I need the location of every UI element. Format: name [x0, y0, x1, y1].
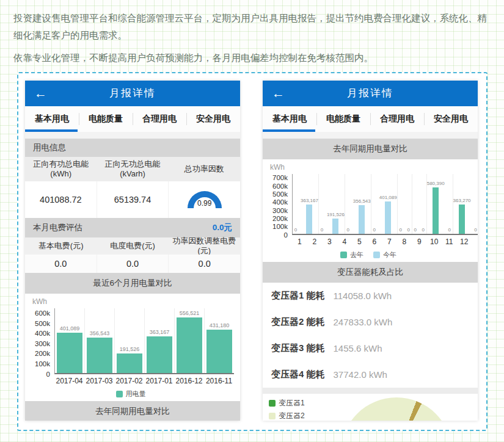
x-axis-label: 7	[382, 237, 397, 246]
tab-power-quality[interactable]: 电能质量	[316, 106, 370, 132]
back-arrow-icon[interactable]: ←	[34, 81, 47, 106]
bar-value-label: 0	[373, 227, 376, 233]
x-axis-label: 2	[307, 237, 323, 246]
bar-slot: 0	[473, 174, 478, 234]
usage-info-section-title: 用电信息	[25, 139, 240, 157]
x-axis-label: 11	[442, 237, 457, 246]
bar-slot: 0	[345, 174, 351, 234]
bar-value-label: 580,390	[427, 181, 445, 186]
y-axis-unit-label: kWh	[27, 296, 234, 308]
bar-value-label: 0	[321, 227, 323, 233]
y-axis-tick: 500k	[272, 190, 288, 198]
divider	[263, 132, 478, 139]
intro-paragraph-1: 投资建设售电管理平台和综合能源管理云平台，定期为用户出具用电报告，提出节约电费合…	[13, 10, 491, 44]
transformer-pie-chart-area: 变压器1 变压器2	[263, 394, 478, 421]
category-cell: 00	[397, 174, 412, 234]
bar-slot: 363,167	[147, 308, 172, 373]
pf-adjust-fee-value: 0.0	[168, 255, 240, 273]
bar-value-label: 0	[294, 227, 297, 233]
page-title: 月报详情	[347, 86, 393, 100]
tab-basic-usage[interactable]: 基本用电	[263, 106, 316, 132]
legend-item: 去年	[340, 250, 363, 259]
y-axis-tick: 200k	[272, 215, 288, 222]
bar-slot: 0	[398, 174, 404, 234]
y-axis-tick: 600k	[35, 310, 50, 317]
divider	[25, 132, 240, 139]
category-cell: 0401,089	[371, 174, 397, 234]
bar-value-label: 431,180	[210, 322, 230, 328]
tab-safe-usage[interactable]: 安全用电	[424, 106, 478, 132]
bar-value-label: 0	[399, 227, 401, 233]
legend-swatch	[269, 413, 276, 419]
bar-value-label: 363,270	[453, 198, 471, 203]
bar-slot: 401,089	[57, 308, 82, 373]
category-cell: 0363,167	[293, 174, 318, 234]
x-axis-label: 2016-12	[174, 377, 204, 385]
column-header: 正向无功总电能 (kVarh)	[97, 157, 168, 181]
recent-6-months-chart-block: kWh 0100k200k300k400k500k600k401,089356,…	[25, 294, 240, 401]
bar-slot: 0	[412, 174, 418, 234]
transformer-1-value: 114058.0 kWh	[334, 291, 392, 301]
bar-slot: 0	[319, 174, 325, 234]
tab-basic-usage[interactable]: 基本用电	[25, 106, 79, 132]
chart-bar	[87, 338, 112, 373]
category-cell: 356,543	[84, 308, 114, 373]
category-cells: 0363,1670191,5260356,5430401,0890000580,…	[293, 174, 478, 234]
legend-item: 变压器2	[269, 411, 305, 421]
x-axis-label: 2017-04	[54, 377, 84, 385]
transformer-section-title: 变压器能耗及占比	[263, 262, 478, 283]
column-header: 电度电费(元)	[97, 237, 168, 255]
chart-plot-row: 0100k200k300k400k500k600k700k0363,167019…	[265, 174, 472, 235]
legend-item: 用电量	[116, 389, 146, 399]
active-energy-value: 401088.72	[25, 181, 97, 218]
table-row: 变压器2 能耗 247833.0 kWh	[263, 309, 478, 335]
usage-info-column-headers: 正向有功总电能(kWh) 正向无功总电能 (kVarh) 总功率因数	[25, 157, 240, 181]
yoy-chart-section-title: 去年同期用电量对比	[263, 139, 478, 159]
tab-power-quality[interactable]: 电能质量	[79, 106, 133, 132]
tab-reasonable-usage[interactable]: 合理用电	[133, 106, 186, 132]
bar-value-label: 191,526	[327, 212, 345, 217]
bar-slot: 363,167	[301, 174, 318, 234]
y-axis-tick: 100k	[35, 360, 50, 368]
column-header: 基本电费(元)	[25, 237, 97, 255]
transformer-4-label: 变压器4 能耗	[271, 369, 325, 380]
divider	[263, 388, 478, 394]
y-axis-tick: 300k	[272, 207, 288, 214]
column-header: 总功率因数	[169, 157, 240, 181]
bar-slot: 0	[293, 174, 299, 234]
y-axis-tick: 200k	[35, 350, 50, 357]
x-axis-labels: 2017-042017-032017-022017-012016-122016-…	[54, 374, 234, 385]
x-axis-label: 4	[337, 237, 352, 246]
x-axis-label: 12	[457, 237, 472, 246]
x-axis-label: 6	[367, 237, 382, 246]
page-title: 月报详情	[109, 86, 156, 100]
chart-bar	[385, 201, 391, 233]
bar-slot: 0	[371, 174, 378, 234]
yoy-grouped-bar-chart: 0100k200k300k400k500k600k700k0363,167019…	[265, 174, 472, 262]
x-axis-label: 2017-02	[114, 377, 144, 385]
y-axis-unit-label: kWh	[265, 162, 472, 174]
chart-legend: 用电量	[27, 385, 234, 401]
transformer-3-value: 1455.6 kWh	[334, 343, 382, 353]
phone-screen-right: ← 月报详情 基本用电 电能质量 合理用电 安全用电 去年同期用电量对比 kWh…	[263, 81, 478, 421]
chart-bar	[433, 187, 439, 234]
bar-slot: 431,180	[206, 308, 232, 373]
y-axis-tick: 100k	[272, 223, 288, 230]
bar-value-label: 363,167	[150, 329, 170, 335]
bar-value-label: 0	[407, 227, 409, 233]
bar-slot: 356,543	[353, 174, 371, 234]
bar-slot: 191,526	[117, 308, 142, 373]
bar-slot: 363,270	[453, 174, 471, 234]
x-axis-label: 2016-11	[204, 377, 234, 385]
plot-area: 0363,1670191,5260356,5430401,0890000580,…	[292, 174, 478, 235]
back-arrow-icon[interactable]: ←	[272, 81, 285, 106]
x-axis-label: 9	[412, 237, 427, 246]
transformer-2-value: 247833.0 kWh	[334, 317, 393, 327]
x-axis-label: 1	[292, 237, 307, 246]
chart-bar	[177, 317, 202, 373]
bar-slot: 356,543	[87, 308, 112, 373]
tab-reasonable-usage[interactable]: 合理用电	[370, 106, 424, 132]
y-axis: 0100k200k300k400k500k600k700k	[265, 174, 292, 235]
tab-safe-usage[interactable]: 安全用电	[186, 106, 240, 132]
intro-text: 投资建设售电管理平台和综合能源管理云平台，定期为用户出具用电报告，提出节约电费合…	[0, 0, 504, 67]
